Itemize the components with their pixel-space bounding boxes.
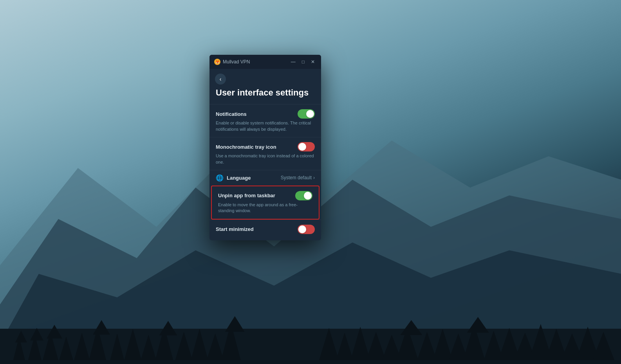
- title-bar-left: 🦊 Mullvad VPN: [214, 59, 250, 65]
- notifications-toggle[interactable]: [298, 109, 315, 119]
- monochromatic-toggle-knob: [298, 143, 306, 151]
- language-icon: 🌐: [216, 174, 224, 182]
- notifications-setting: Notifications Enable or disable system n…: [209, 104, 321, 137]
- app-window: 🦊 Mullvad VPN — □ ✕ ‹ User interface set…: [209, 55, 321, 240]
- notifications-description: Enable or disable system notifications. …: [216, 120, 315, 132]
- start-minimized-toggle[interactable]: [298, 225, 315, 234]
- monochromatic-tray-icon-setting: Monochromatic tray icon Use a monochroma…: [209, 137, 321, 170]
- minimize-button[interactable]: —: [289, 59, 297, 65]
- monochromatic-row: Monochromatic tray icon: [216, 142, 315, 151]
- language-setting[interactable]: 🌐 Language System default ›: [209, 170, 321, 186]
- language-label: Language: [227, 175, 251, 181]
- window-title: Mullvad VPN: [223, 59, 250, 65]
- language-left: 🌐 Language: [216, 174, 251, 182]
- app-icon: 🦊: [214, 59, 220, 65]
- back-button[interactable]: ‹: [215, 74, 226, 85]
- settings-content: ‹ User interface settings Notifications …: [209, 69, 321, 240]
- title-bar: 🦊 Mullvad VPN — □ ✕: [209, 55, 321, 69]
- unpin-app-setting: Unpin app from taskbar Enable to move th…: [212, 186, 319, 219]
- monochromatic-toggle[interactable]: [298, 142, 315, 151]
- start-minimized-toggle-knob: [298, 225, 306, 233]
- unpin-app-description: Enable to move the app around as a free-…: [218, 202, 312, 214]
- notifications-row: Notifications: [216, 109, 315, 119]
- notifications-toggle-knob: [306, 110, 314, 118]
- page-title: User interface settings: [209, 88, 321, 104]
- language-chevron-icon: ›: [313, 175, 315, 180]
- unpin-app-toggle[interactable]: [295, 191, 312, 200]
- title-bar-controls: — □ ✕: [289, 59, 316, 65]
- start-minimized-row: Start minimized: [216, 225, 315, 234]
- notifications-label: Notifications: [216, 111, 247, 117]
- unpin-app-highlight: Unpin app from taskbar Enable to move th…: [211, 186, 320, 220]
- monochromatic-description: Use a monochromatic tray icon instead of…: [216, 153, 315, 165]
- unpin-app-toggle-knob: [304, 192, 312, 200]
- language-right: System default ›: [281, 175, 315, 180]
- close-button[interactable]: ✕: [309, 59, 316, 65]
- start-minimized-setting: Start minimized: [209, 220, 321, 240]
- start-minimized-label: Start minimized: [216, 226, 254, 232]
- maximize-button[interactable]: □: [300, 59, 306, 65]
- language-value: System default: [281, 175, 312, 180]
- monochromatic-label: Monochromatic tray icon: [216, 144, 276, 150]
- unpin-app-label: Unpin app from taskbar: [218, 193, 275, 198]
- unpin-app-row: Unpin app from taskbar: [218, 191, 312, 200]
